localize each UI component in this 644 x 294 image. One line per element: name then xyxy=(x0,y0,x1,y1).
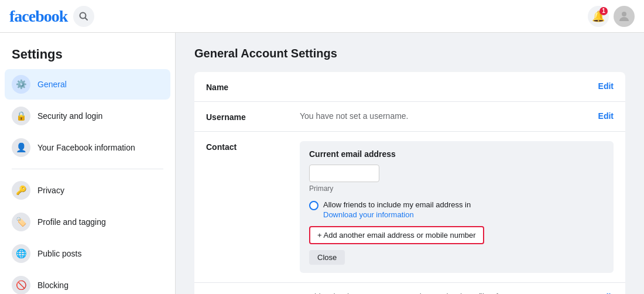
sidebar-navigation: ⚙️ General 🔒 Security and login 👤 Your F… xyxy=(5,69,170,294)
sidebar: Settings ⚙️ General 🔒 Security and login… xyxy=(0,33,176,294)
svg-point-2 xyxy=(622,12,626,16)
notification-badge: 1 xyxy=(600,7,608,15)
username-edit-link[interactable]: Edit xyxy=(598,111,614,121)
sidebar-item-label-security: Security and login xyxy=(37,111,102,121)
avatar[interactable] xyxy=(614,6,635,27)
notifications-button[interactable]: 🔔 1 xyxy=(588,6,609,27)
name-row: Name Edit xyxy=(194,72,625,102)
primary-label: Primary xyxy=(309,184,604,193)
sidebar-item-profile-tagging[interactable]: 🏷️ Profile and tagging xyxy=(5,207,170,237)
sidebar-divider xyxy=(12,169,163,169)
download-link[interactable]: Download your information xyxy=(323,210,471,219)
checkbox-inner xyxy=(311,203,316,208)
sidebar-item-general[interactable]: ⚙️ General xyxy=(5,69,170,100)
top-navigation: facebook 🔔 1 xyxy=(0,0,644,33)
page-title: General Account Settings xyxy=(194,47,625,60)
facebook-logo: facebook xyxy=(9,7,67,26)
email-input[interactable] xyxy=(309,165,379,182)
facebook-info-icon: 👤 xyxy=(12,138,30,157)
svg-line-1 xyxy=(85,18,88,20)
close-button[interactable]: Close xyxy=(309,250,345,265)
topnav-left: facebook xyxy=(9,6,94,27)
memorialisation-row: Memorialisation settings Decide what hap… xyxy=(194,283,625,294)
security-icon: 🔒 xyxy=(12,107,30,125)
username-row: Username You have not set a username. Ed… xyxy=(194,102,625,132)
privacy-icon: 🔑 xyxy=(12,181,30,200)
username-value: You have not set a username. xyxy=(300,111,589,121)
sidebar-item-label-general: General xyxy=(37,80,67,89)
username-action: Edit xyxy=(598,111,614,121)
checkbox-row: Allow friends to include my email addres… xyxy=(309,200,604,219)
checkbox-text-container: Allow friends to include my email addres… xyxy=(323,200,471,219)
blocking-icon: 🚫 xyxy=(12,276,30,294)
name-label: Name xyxy=(206,81,300,92)
profile-tagging-icon: 🏷️ xyxy=(12,213,30,231)
public-posts-icon: 🌐 xyxy=(12,244,30,263)
sidebar-item-label-public-posts: Public posts xyxy=(37,249,81,258)
settings-section: Name Edit Username You have not set a us… xyxy=(194,72,625,294)
main-content: General Account Settings Name Edit Usern… xyxy=(176,33,644,294)
sidebar-title: Settings xyxy=(5,42,170,69)
close-btn-container: Close xyxy=(309,250,604,265)
sidebar-item-label-blocking: Blocking xyxy=(37,281,68,290)
add-email-container: + Add another email address or mobile nu… xyxy=(309,226,604,250)
contact-label: Contact xyxy=(206,141,300,152)
name-edit-link[interactable]: Edit xyxy=(598,81,614,91)
username-label: Username xyxy=(206,111,300,122)
topnav-right: 🔔 1 xyxy=(588,6,635,27)
sidebar-item-label-facebook-info: Your Facebook information xyxy=(37,143,135,152)
sidebar-item-security[interactable]: 🔒 Security and login xyxy=(5,101,170,131)
allow-checkbox[interactable] xyxy=(309,201,318,210)
name-action: Edit xyxy=(598,81,614,91)
page-layout: Settings ⚙️ General 🔒 Security and login… xyxy=(0,33,644,294)
sidebar-item-privacy[interactable]: 🔑 Privacy xyxy=(5,175,170,206)
checkbox-text: Allow friends to include my email addres… xyxy=(323,200,471,209)
general-icon: ⚙️ xyxy=(12,75,30,94)
sidebar-item-facebook-info[interactable]: 👤 Your Facebook information xyxy=(5,132,170,163)
sidebar-item-blocking[interactable]: 🚫 Blocking xyxy=(5,270,170,294)
add-email-button[interactable]: + Add another email address or mobile nu… xyxy=(309,226,484,244)
search-icon xyxy=(79,12,88,21)
sidebar-item-label-profile-tagging: Profile and tagging xyxy=(37,217,106,227)
contact-row: Contact Current email address Primary Al… xyxy=(194,132,625,283)
current-email-label: Current email address xyxy=(309,149,604,159)
sidebar-item-label-privacy: Privacy xyxy=(37,186,64,195)
contact-content: Current email address Primary Allow frie… xyxy=(300,141,614,273)
contact-section: Current email address Primary Allow frie… xyxy=(300,141,614,273)
sidebar-item-public-posts[interactable]: 🌐 Public posts xyxy=(5,238,170,269)
search-button[interactable] xyxy=(73,6,94,27)
